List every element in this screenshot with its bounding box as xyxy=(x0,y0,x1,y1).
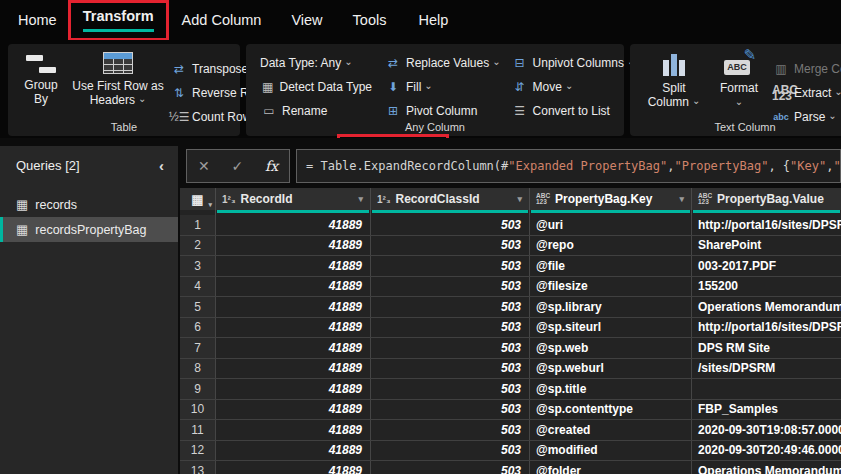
row-number[interactable]: 2 xyxy=(180,236,216,256)
row-number[interactable]: 4 xyxy=(180,277,216,297)
cell-propertybag-value[interactable]: FBP_Samples xyxy=(692,400,841,420)
tab-transform[interactable]: Transform xyxy=(83,8,154,32)
cell-record-id[interactable]: 41889 xyxy=(216,400,371,420)
query-item-records[interactable]: ▦ records xyxy=(0,192,178,217)
collapse-pane-icon[interactable]: ‹ xyxy=(159,157,164,174)
extract-button[interactable]: ABC123 Extract xyxy=(772,81,841,105)
row-number[interactable]: 10 xyxy=(180,400,216,420)
cell-record-class-id[interactable]: 503 xyxy=(371,420,530,440)
tab-add-column[interactable]: Add Column xyxy=(182,2,262,38)
split-column-button[interactable]: Split Column xyxy=(642,50,706,112)
tab-home[interactable]: Home xyxy=(18,2,57,38)
cell-propertybag-value[interactable]: Operations Memorandums xyxy=(692,297,841,317)
cell-propertybag-key[interactable]: @folder xyxy=(530,461,692,474)
fill-button[interactable]: ⬇ Fill xyxy=(384,75,501,99)
cell-record-class-id[interactable]: 503 xyxy=(371,338,530,358)
cell-propertybag-key[interactable]: @filesize xyxy=(530,277,692,297)
cell-propertybag-key[interactable]: @sp.siteurl xyxy=(530,318,692,338)
cell-record-class-id[interactable]: 503 xyxy=(371,441,530,461)
row-number[interactable]: 8 xyxy=(180,359,216,379)
cell-propertybag-key[interactable]: @sp.title xyxy=(530,379,692,399)
column-header-propertybag-value[interactable]: ABC123 PropertyBag.Value xyxy=(692,188,841,210)
filter-dropdown-icon[interactable]: ▾ xyxy=(676,192,687,206)
cell-propertybag-key[interactable]: @file xyxy=(530,256,692,276)
cell-record-class-id[interactable]: 503 xyxy=(371,236,530,256)
format-button[interactable]: ABC ✎ Format xyxy=(712,50,766,111)
cell-record-class-id[interactable]: 503 xyxy=(371,215,530,235)
cell-record-id[interactable]: 41889 xyxy=(216,277,371,297)
cell-record-class-id[interactable]: 503 xyxy=(371,277,530,297)
row-number[interactable]: 11 xyxy=(180,420,216,440)
filter-dropdown-icon[interactable]: ▾ xyxy=(514,192,525,206)
data-type-button[interactable]: Data Type: Any xyxy=(260,51,372,75)
row-number[interactable]: 6 xyxy=(180,318,216,338)
column-header-recordclassid[interactable]: 1²₃ RecordClassId ▾ xyxy=(371,188,530,210)
cancel-formula-icon[interactable]: ✕ xyxy=(198,158,210,174)
cell-record-id[interactable]: 41889 xyxy=(216,318,371,338)
cell-record-id[interactable]: 41889 xyxy=(216,379,371,399)
cell-propertybag-value[interactable]: 2020-09-30T20:49:46.00000 xyxy=(692,441,841,461)
tab-help[interactable]: Help xyxy=(418,2,448,38)
row-number[interactable]: 12 xyxy=(180,441,216,461)
row-number[interactable]: 9 xyxy=(180,379,216,399)
cell-record-class-id[interactable]: 503 xyxy=(371,379,530,399)
move-button[interactable]: ⇵ Move xyxy=(511,75,636,99)
filter-dropdown-icon[interactable]: ▾ xyxy=(355,192,366,206)
cell-propertybag-key[interactable]: @modified xyxy=(530,441,692,461)
detect-data-type-button[interactable]: ▦ Detect Data Type xyxy=(260,75,372,99)
cell-propertybag-value[interactable]: 003-2017.PDF xyxy=(692,256,841,276)
unpivot-columns-button[interactable]: ⊟ Unpivot Columns xyxy=(511,51,636,75)
cell-record-class-id[interactable]: 503 xyxy=(371,359,530,379)
cell-propertybag-key[interactable]: @sp.weburl xyxy=(530,359,692,379)
cell-propertybag-value[interactable]: 2020-09-30T19:08:57.00000 xyxy=(692,420,841,440)
fx-icon[interactable]: fx xyxy=(265,158,278,174)
cell-propertybag-value[interactable]: http://portal16/sites/DPSRM xyxy=(692,318,841,338)
use-first-row-as-headers-button[interactable]: Use First Row as Headers xyxy=(68,50,168,110)
cell-record-id[interactable]: 41889 xyxy=(216,441,371,461)
row-number[interactable]: 5 xyxy=(180,297,216,317)
cell-propertybag-key[interactable]: @sp.library xyxy=(530,297,692,317)
row-number[interactable]: 3 xyxy=(180,256,216,276)
cell-record-id[interactable]: 41889 xyxy=(216,236,371,256)
cell-propertybag-key[interactable]: @sp.web xyxy=(530,338,692,358)
merge-columns-button[interactable]: ▥ Merge Columns xyxy=(772,57,841,81)
cell-propertybag-value[interactable]: /sites/DPSRM xyxy=(692,359,841,379)
rename-button[interactable]: ▭ Rename xyxy=(260,99,372,123)
row-number[interactable]: 7 xyxy=(180,338,216,358)
replace-values-button[interactable]: ⇄ Replace Values xyxy=(384,51,501,75)
formula-input[interactable]: = Table.ExpandRecordColumn(#"Expanded Pr… xyxy=(296,149,841,183)
commit-formula-icon[interactable]: ✓ xyxy=(231,158,243,174)
cell-record-class-id[interactable]: 503 xyxy=(371,318,530,338)
pivot-column-button[interactable]: ⊞ Pivot Column xyxy=(384,99,501,123)
cell-propertybag-key[interactable]: @sp.contenttype xyxy=(530,400,692,420)
cell-record-class-id[interactable]: 503 xyxy=(371,297,530,317)
cell-record-class-id[interactable]: 503 xyxy=(371,400,530,420)
row-number[interactable]: 1 xyxy=(180,215,216,235)
row-number[interactable]: 13 xyxy=(180,461,216,474)
cell-propertybag-value[interactable]: Operations Memorandums xyxy=(692,461,841,474)
cell-record-class-id[interactable]: 503 xyxy=(371,256,530,276)
cell-propertybag-value[interactable]: http://portal16/sites/DPSRM xyxy=(692,215,841,235)
cell-record-id[interactable]: 41889 xyxy=(216,256,371,276)
convert-to-list-button[interactable]: ☰ Convert to List xyxy=(511,99,636,123)
cell-propertybag-value[interactable]: SharePoint xyxy=(692,236,841,256)
cell-propertybag-value[interactable] xyxy=(692,379,841,399)
cell-record-id[interactable]: 41889 xyxy=(216,359,371,379)
tab-tools[interactable]: Tools xyxy=(353,2,387,38)
cell-propertybag-value[interactable]: 155200 xyxy=(692,277,841,297)
column-header-recordid[interactable]: 1²₃ RecordId ▾ xyxy=(216,188,371,210)
cell-propertybag-key[interactable]: @repo xyxy=(530,236,692,256)
cell-propertybag-key[interactable]: @uri xyxy=(530,215,692,235)
column-header-propertybag-key[interactable]: ABC123 PropertyBag.Key ▾ xyxy=(530,188,692,210)
cell-record-id[interactable]: 41889 xyxy=(216,297,371,317)
cell-record-class-id[interactable]: 503 xyxy=(371,461,530,474)
cell-propertybag-value[interactable]: DPS RM Site xyxy=(692,338,841,358)
cell-record-id[interactable]: 41889 xyxy=(216,420,371,440)
query-item-records-property-bag[interactable]: ▦ recordsPropertyBag xyxy=(0,217,178,242)
select-all-button[interactable]: ▦ ▾ xyxy=(180,188,216,210)
group-by-button[interactable]: Group By xyxy=(14,50,68,108)
cell-record-id[interactable]: 41889 xyxy=(216,338,371,358)
cell-propertybag-key[interactable]: @created xyxy=(530,420,692,440)
cell-record-id[interactable]: 41889 xyxy=(216,215,371,235)
cell-record-id[interactable]: 41889 xyxy=(216,461,371,474)
